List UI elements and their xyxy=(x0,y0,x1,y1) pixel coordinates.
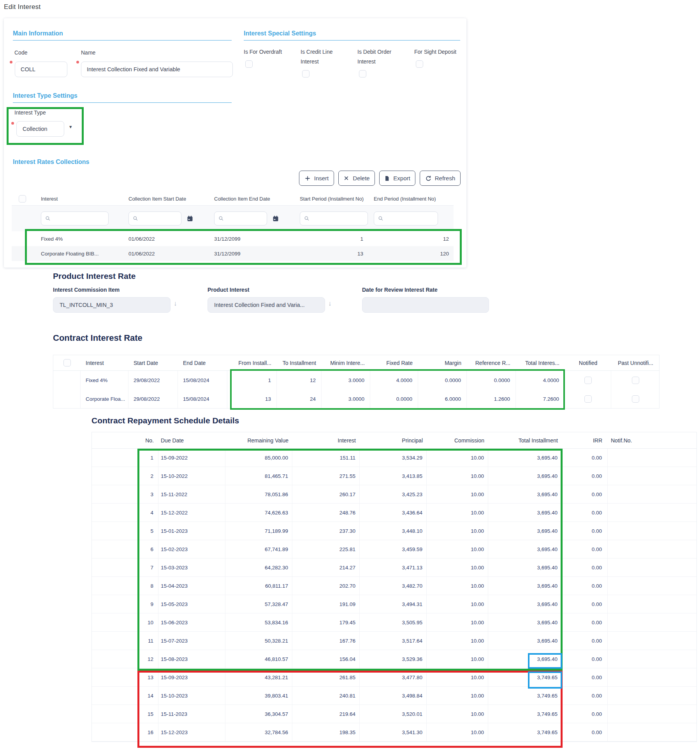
delete-button[interactable]: Delete xyxy=(338,171,375,186)
search-input[interactable] xyxy=(41,211,109,225)
column-filter-input[interactable] xyxy=(312,216,365,222)
field-value-box[interactable]: TL_INTCOLL_MIN_3 xyxy=(53,297,171,313)
cell-end-period: 12 xyxy=(368,236,454,242)
table-row[interactable]: 1115-07-202350,328.21167.763,517.6410.00… xyxy=(92,632,696,650)
column-header: End Period (Installment No) xyxy=(368,196,454,202)
insert-button[interactable]: Insert xyxy=(299,171,334,186)
past-unnotified-checkbox[interactable] xyxy=(632,395,639,403)
cell: 3,505.95 xyxy=(360,613,427,632)
cell-start-date: 01/06/2022 xyxy=(123,236,208,242)
cell: 15/08/2024 xyxy=(178,371,227,389)
table-row[interactable]: 915-05-202357,328.47191.093,494.3110.003… xyxy=(92,595,696,613)
gutter-cell xyxy=(92,595,139,613)
down-arrow-icon: ↓ xyxy=(174,300,177,308)
calendar-icon[interactable] xyxy=(187,215,193,222)
cell: 3,749.65 xyxy=(488,687,562,705)
cell: 10.00 xyxy=(427,522,488,540)
table-row[interactable]: 215-10-202281,465.71271.553,413.8510.003… xyxy=(92,467,696,485)
column-header: Start Date xyxy=(128,360,178,366)
column-filter-input[interactable] xyxy=(226,216,264,222)
code-label: Code xyxy=(14,49,27,56)
column-header: Margin xyxy=(418,360,467,366)
column-header: No. xyxy=(139,437,158,444)
table-row[interactable]: 615-02-202367,741.89225.813,459.5910.003… xyxy=(92,540,696,558)
cell: 64,282.30 xyxy=(225,558,292,577)
cell: 151.11 xyxy=(292,449,360,467)
cell xyxy=(608,449,697,467)
code-input[interactable] xyxy=(15,62,67,77)
chevron-down-icon[interactable]: ▾ xyxy=(69,124,72,130)
table-row[interactable]: 1315-09-202343,281.21261.853,477.8010.00… xyxy=(92,668,696,687)
cell: 81,465.71 xyxy=(225,467,292,485)
table-row[interactable]: 115-09-202285,000.00151.113,534.2910.003… xyxy=(92,449,696,467)
cell: 29/08/2022 xyxy=(128,371,178,389)
field-value-box[interactable]: Interest Collection Fixed and Varia... xyxy=(208,297,325,313)
past-unnotified-checkbox[interactable] xyxy=(632,377,639,384)
cell: 0.00 xyxy=(562,705,608,723)
checkbox[interactable] xyxy=(302,70,310,78)
table-row[interactable]: Corporate Floa...29/08/202215/08/2024132… xyxy=(53,389,659,408)
cell: 0.0000 xyxy=(418,371,467,389)
column-header: Remaining Value xyxy=(225,437,292,444)
column-header: To Installment xyxy=(277,360,322,366)
export-button[interactable]: Export xyxy=(379,171,415,186)
search-input[interactable] xyxy=(128,211,181,225)
table-row[interactable]: Fixed 4%01/06/202231/12/2099112 xyxy=(12,231,454,246)
cell: 198.35 xyxy=(292,723,360,742)
cell-end-date: 31/12/2099 xyxy=(208,251,294,257)
field-label: Date for Review Interest Rate xyxy=(362,287,501,293)
filter-cell xyxy=(368,211,454,225)
column-filter-input[interactable] xyxy=(53,216,106,222)
cell: 3.0000 xyxy=(322,389,370,408)
rates-collections-toolbar: InsertDeleteExportRefresh xyxy=(299,171,461,186)
name-input[interactable] xyxy=(81,62,233,77)
checkbox[interactable] xyxy=(416,60,423,68)
table-row[interactable]: 315-11-202278,051.86260.173,425.2310.003… xyxy=(92,485,696,504)
table-row[interactable]: 415-12-202274,626.63248.763,436.6410.003… xyxy=(92,504,696,522)
cell: 14 xyxy=(139,687,158,705)
gutter-cell xyxy=(92,650,139,668)
interest-type-value: Collection xyxy=(23,126,47,132)
cell: 3,459.59 xyxy=(360,540,427,558)
column-filter-input[interactable] xyxy=(386,216,435,222)
cell: 3,695.40 xyxy=(488,485,562,504)
table-row[interactable]: Fixed 4%29/08/202215/08/20241123.00004.0… xyxy=(53,371,659,389)
cell: 3,695.40 xyxy=(488,504,562,522)
select-all-checkbox[interactable] xyxy=(63,359,71,366)
notified-checkbox[interactable] xyxy=(584,377,592,384)
table-row[interactable]: 1015-06-202353,834.16179.453,505.9510.00… xyxy=(92,613,696,632)
field-value: TL_INTCOLL_MIN_3 xyxy=(60,302,113,308)
interest-type-select[interactable]: Collection xyxy=(16,121,64,137)
cell: 10.00 xyxy=(427,650,488,668)
row-select-cell xyxy=(53,371,81,389)
column-header: IRR xyxy=(562,437,608,444)
checkbox[interactable] xyxy=(359,70,366,78)
cell: 0.00 xyxy=(562,577,608,595)
required-indicator xyxy=(10,61,12,63)
table-row[interactable]: 1615-12-202332,784.56198.353,541.3010.00… xyxy=(92,723,696,742)
table-row[interactable]: 515-01-202371,189.99237.303,448.1010.003… xyxy=(92,522,696,540)
table-row[interactable]: 1415-10-202339,803.41240.813,498.8410.00… xyxy=(92,687,696,705)
search-input[interactable] xyxy=(214,211,267,225)
field-value-box[interactable] xyxy=(362,297,489,313)
checkbox-label: Is Credit Line Interest xyxy=(301,47,346,67)
table-row[interactable]: 1215-08-202346,810.57156.043,529.3610.00… xyxy=(92,650,696,668)
table-row[interactable]: Corporate Floating BIB...01/06/202231/12… xyxy=(12,246,454,261)
notified-checkbox[interactable] xyxy=(584,395,592,403)
checkbox[interactable] xyxy=(245,60,253,68)
table-row[interactable]: 715-03-202364,282.30214.273,471.1310.003… xyxy=(92,558,696,577)
column-filter-input[interactable] xyxy=(141,216,179,222)
cell: 261.85 xyxy=(292,668,360,687)
search-input[interactable] xyxy=(300,211,368,225)
repayment-table-header: No.Due DateRemaining ValueInterestPrinci… xyxy=(92,432,696,449)
table-row[interactable]: 1515-11-202336,304.57219.643,520.0110.00… xyxy=(92,705,696,723)
column-header: Notified xyxy=(565,360,611,366)
select-all-checkbox[interactable] xyxy=(19,195,26,203)
cell: 74,626.63 xyxy=(225,504,292,522)
calendar-icon[interactable] xyxy=(273,215,279,222)
cell: 3,448.10 xyxy=(360,522,427,540)
checkbox-label: Is Debit Order Interest xyxy=(357,47,403,67)
refresh-button[interactable]: Refresh xyxy=(420,171,461,186)
table-row[interactable]: 815-04-202360,811.17202.703,482.7010.003… xyxy=(92,577,696,595)
search-input[interactable] xyxy=(374,211,438,225)
